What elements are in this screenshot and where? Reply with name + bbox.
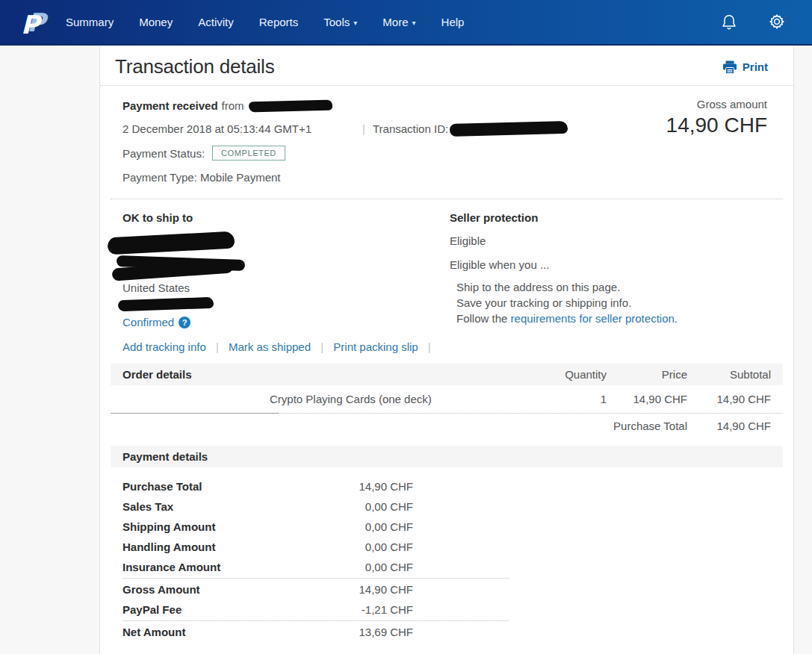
seller-protection-status: Eligible	[450, 234, 767, 247]
row-value: 0,00 CHF	[365, 500, 413, 513]
seller-protection-heading: Seller protection	[450, 211, 767, 224]
redacted-address-block	[108, 234, 264, 277]
print-packing-slip-link[interactable]: Print packing slip	[333, 340, 418, 353]
payment-row: PayPal Fee -1,21 CHF	[123, 600, 413, 620]
order-details-section: Order details Quantity Price Subtotal Cr…	[111, 364, 783, 438]
payment-row: Handling Amount 0,00 CHF	[123, 537, 413, 557]
separator-bar: |	[362, 122, 365, 135]
payment-row: Shipping Amount 0,00 CHF	[123, 517, 413, 537]
page-title: Transaction details	[115, 55, 274, 78]
ship-to-section: OK to ship to United States Confirmed ?	[123, 211, 450, 328]
redacted-address-line	[118, 297, 214, 311]
dotted-divider	[123, 578, 509, 579]
payment-type-line: Payment Type: Mobile Payment	[123, 171, 281, 184]
row-value: 14,90 CHF	[359, 480, 413, 493]
seller-protection-section: Seller protection Eligible Eligible when…	[450, 211, 767, 328]
printer-icon	[722, 60, 737, 74]
row-label: Insurance Amount	[123, 561, 220, 573]
payment-row: Net Amount 13,69 CHF	[123, 622, 413, 642]
print-label: Print	[743, 60, 768, 73]
transaction-panel: Transaction details Print Payment receiv…	[99, 46, 794, 654]
gross-amount-block: Gross amount 14,90 CHF	[666, 98, 767, 137]
nav-item-money[interactable]: Money	[139, 16, 173, 28]
seller-protection-intro: Eligible when you ...	[450, 258, 767, 271]
pipe-separator: |	[428, 340, 431, 353]
notifications-bell-icon[interactable]	[719, 13, 739, 32]
column-header-subtotal: Subtotal	[687, 368, 771, 381]
item-name: Crypto Playing Cards (one deck)	[123, 393, 509, 405]
row-value: 0,00 CHF	[365, 541, 413, 553]
ship-to-heading: OK to ship to	[123, 211, 450, 224]
nav-item-help[interactable]: Help	[441, 16, 465, 28]
help-question-icon[interactable]: ?	[179, 317, 190, 328]
mark-as-shipped-link[interactable]: Mark as shipped	[229, 340, 311, 353]
row-label: Handling Amount	[123, 541, 215, 553]
row-label: Shipping Amount	[123, 520, 215, 533]
purchase-total-label: Purchase Total	[509, 420, 687, 432]
chevron-down-icon: ▾	[353, 19, 357, 27]
dotted-divider	[123, 620, 509, 621]
nav-item-activity[interactable]: Activity	[198, 16, 234, 28]
payment-row: Insurance Amount 0,00 CHF	[123, 557, 413, 577]
row-value: 0,00 CHF	[365, 520, 413, 533]
confirmed-link[interactable]: Confirmed	[123, 316, 174, 328]
paypal-logo-front-p: P	[21, 10, 40, 40]
nav-item-more[interactable]: More▾	[382, 16, 415, 28]
payment-details-header-row: Payment details	[111, 446, 783, 467]
payment-details-heading: Payment details	[123, 450, 208, 463]
payment-summary: Payment received from 2 December 2018 at…	[100, 86, 793, 199]
purchase-total-value: 14,90 CHF	[687, 420, 771, 432]
from-label: from	[222, 99, 244, 112]
shipping-action-links: Add tracking info | Mark as shipped | Pr…	[100, 336, 793, 364]
row-value: 13,69 CHF	[359, 626, 413, 638]
order-item-row: Crypto Playing Cards (one deck) 1 14,90 …	[111, 385, 783, 414]
page-background: Transaction details Print Payment receiv…	[0, 46, 812, 654]
payment-status-label: Payment Status:	[123, 147, 205, 160]
row-label: Sales Tax	[123, 500, 173, 513]
payment-row: Purchase Total 14,90 CHF	[123, 476, 413, 496]
item-subtotal: 14,90 CHF	[687, 393, 771, 405]
row-value: -1,21 CHF	[362, 603, 413, 616]
seller-protection-requirements-link[interactable]: requirements for seller protection	[511, 312, 675, 325]
item-price: 14,90 CHF	[607, 393, 687, 405]
print-button[interactable]: Print	[722, 60, 768, 74]
paypal-logo[interactable]: P P	[21, 7, 46, 37]
purchase-total-row: Purchase Total 14,90 CHF	[111, 414, 783, 438]
settings-gear-icon[interactable]	[767, 13, 787, 32]
nav-item-tools[interactable]: Tools▾	[323, 16, 357, 28]
payment-row: Gross Amount 14,90 CHF	[123, 579, 413, 600]
status-badge: COMPLETED	[212, 146, 285, 161]
pipe-separator: |	[216, 340, 219, 353]
pipe-separator: |	[320, 340, 323, 353]
row-label: Net Amount	[123, 626, 185, 638]
condition-text: .	[675, 312, 678, 325]
column-header-quantity: Quantity	[509, 368, 607, 381]
add-tracking-info-link[interactable]: Add tracking info	[123, 340, 206, 353]
gross-amount-label: Gross amount	[666, 98, 767, 110]
ship-to-country: United States	[123, 281, 450, 294]
condition-item: Save your tracking or shipping info.	[456, 295, 767, 311]
row-value: 0,00 CHF	[365, 561, 413, 573]
transaction-date: 2 December 2018 at 05:13:44 GMT+1	[123, 122, 312, 135]
panel-header: Transaction details Print	[100, 46, 793, 86]
row-label: Gross Amount	[123, 583, 200, 596]
order-details-heading: Order details	[123, 368, 509, 381]
row-label: Purchase Total	[123, 480, 202, 493]
payment-received-label: Payment received	[123, 99, 218, 112]
condition-text: Follow the	[456, 312, 511, 325]
nav-item-reports[interactable]: Reports	[259, 16, 299, 28]
column-header-price: Price	[607, 368, 687, 381]
condition-item: Follow the requirements for seller prote…	[456, 311, 767, 326]
transaction-id-label: Transaction ID:	[373, 122, 448, 135]
gross-amount-value: 14,90 CHF	[666, 113, 767, 137]
redacted-address-line	[108, 231, 235, 255]
row-value: 14,90 CHF	[359, 583, 413, 596]
top-navigation: P P Summary Money Activity Reports Tools…	[0, 0, 812, 46]
row-label: PayPal Fee	[123, 603, 182, 616]
redacted-transaction-id	[450, 121, 568, 137]
nav-menu: Summary Money Activity Reports Tools▾ Mo…	[66, 16, 464, 28]
order-details-header-row: Order details Quantity Price Subtotal	[111, 364, 783, 385]
item-quantity: 1	[509, 393, 607, 405]
nav-item-summary[interactable]: Summary	[66, 16, 114, 28]
redacted-payer-name	[248, 99, 332, 112]
